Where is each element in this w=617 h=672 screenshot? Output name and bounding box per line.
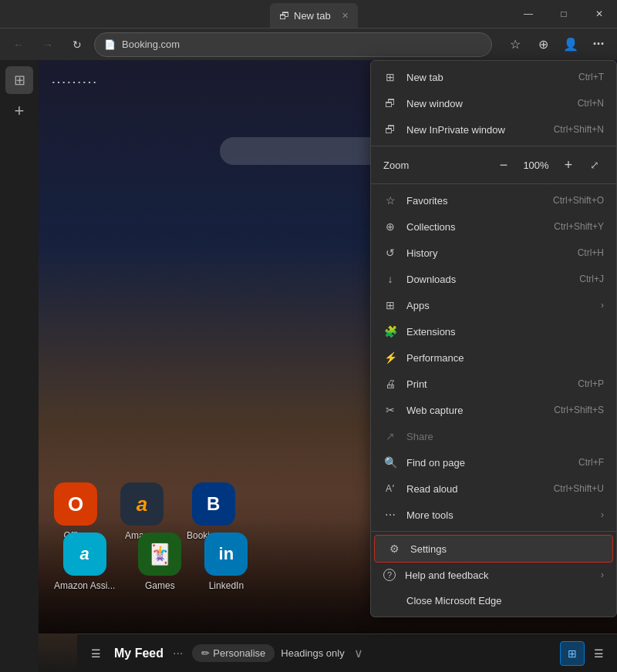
menu-separator-3 [371,531,616,532]
downloads-shortcut: Ctrl+J [579,274,604,284]
sidebar-item-tabs[interactable]: ⊞ [5,66,33,94]
web-capture-label: Web capture [406,405,545,416]
active-tab[interactable]: 🗗 New tab ✕ [270,3,358,28]
maximize-button[interactable]: □ [546,0,582,28]
headings-only-label[interactable]: Headings only [281,647,344,659]
forward-button[interactable]: → [35,32,60,57]
menu-item-favorites[interactable]: ☆ Favorites Ctrl+Shift+O [371,187,616,213]
personalise-button[interactable]: ✏ Personalise [192,644,275,662]
print-label: Print [406,378,568,390]
menu-separator-2 [371,183,616,184]
inprivate-shortcut: Ctrl+Shift+N [554,124,604,135]
office-icon: O [54,482,97,526]
address-bar: ← → ↻ 📄 Booking.com ☆ ⊕ 👤 ··· [0,28,617,60]
menu-item-more-tools[interactable]: ⋯ More tools › [371,502,616,528]
tabs-icon: ⊞ [14,72,25,89]
bottom-dots[interactable]: ··· [170,643,186,664]
favorites-label: Favorites [406,195,544,207]
web-capture-menu-icon: ✂ [383,403,397,417]
menu-item-history[interactable]: ↺ History Ctrl+H [371,240,616,266]
extensions-menu-icon: 🧩 [383,324,397,338]
refresh-button[interactable]: ↻ [65,32,89,57]
close-edge-label: Close Microsoft Edge [406,595,604,606]
menu-item-collections[interactable]: ⊕ Collections Ctrl+Shift+Y [371,213,616,240]
menu-item-close-edge[interactable]: Close Microsoft Edge [371,587,616,613]
close-button[interactable]: ✕ [582,0,617,28]
collections-shortcut: Ctrl+Shift+Y [554,221,604,232]
settings-label: Settings [410,543,600,555]
help-menu-icon: ? [383,569,396,581]
tab-label: New tab [294,10,331,22]
menu-item-help[interactable]: ? Help and feedback › [371,563,616,587]
new-window-icon: 🗗 [383,96,397,110]
view-toggle: ⊞ ☰ [560,641,611,666]
back-button[interactable]: ← [6,32,31,57]
sidebar: ⊞ + [0,60,39,672]
share-label: Share [406,431,604,442]
menu-item-new-inprivate[interactable]: 🗗 New InPrivate window Ctrl+Shift+N [371,116,616,143]
favorites-button[interactable]: ☆ [503,32,528,57]
my-feed-title: My Feed [114,647,164,660]
collections-label: Collections [406,221,545,233]
split-window-button[interactable]: ⊕ [531,32,555,57]
inprivate-label: New InPrivate window [406,124,545,136]
menu-item-find-on-page[interactable]: 🔍 Find on page Ctrl+F [371,449,616,475]
menu-item-performance[interactable]: ⚡ Performance [371,344,616,371]
zoom-row: Zoom − 100% + ⤢ [371,150,616,180]
more-tools-label: More tools [406,509,592,521]
menu-item-downloads[interactable]: ↓ Downloads Ctrl+J [371,266,616,292]
menu-item-read-aloud[interactable]: Aʼ Read aloud Ctrl+Shift+U [371,475,616,502]
menu-item-new-window[interactable]: 🗗 New window Ctrl+N [371,90,616,116]
address-input[interactable]: 📄 Booking.com [94,32,492,57]
bottom-menu-button[interactable]: ☰ [83,641,108,666]
web-capture-shortcut: Ctrl+Shift+S [554,405,604,415]
list-view-button[interactable]: ☰ [586,641,611,666]
new-window-label: New window [406,98,568,109]
more-tools-menu-icon: ⋯ [383,508,397,522]
downloads-menu-icon: ↓ [383,272,397,286]
new-tab-label: New tab [406,72,569,83]
minimize-button[interactable]: — [511,0,546,28]
menu-item-extensions[interactable]: 🧩 Extensions [371,318,616,344]
title-bar: 🗗 New tab ✕ — □ ✕ [0,0,617,28]
chevron-down-icon[interactable]: ∨ [354,646,363,660]
customize-icon[interactable]: ⋯⋯⋯ [51,72,97,91]
collections-menu-icon: ⊕ [383,220,397,234]
quick-access-row2: a Amazon Assi... 🃏 Games in LinkedIn [54,533,248,591]
performance-label: Performance [406,352,604,364]
zoom-expand-button[interactable]: ⤢ [585,156,604,174]
performance-menu-icon: ⚡ [383,351,397,365]
quick-icon-games[interactable]: 🃏 Games [138,533,181,591]
games-label: Games [145,580,175,591]
personalise-label: Personalise [213,647,265,659]
menu-item-settings[interactable]: ⚙ Settings [374,535,613,563]
window-controls: — □ ✕ [511,0,617,28]
current-url: Booking.com [122,39,482,50]
booking-icon: B [192,482,235,526]
tab-close-icon[interactable]: ✕ [342,11,349,21]
profile-button[interactable]: 👤 [558,32,583,57]
page-favicon: 📄 [104,39,116,50]
menu-item-share: ↗ Share [371,423,616,449]
menu-item-apps[interactable]: ⊞ Apps › [371,292,616,318]
amazon-assist-icon: a [63,533,106,576]
zoom-in-button[interactable]: + [558,154,579,176]
menu-item-print[interactable]: 🖨 Print Ctrl+P [371,371,616,397]
more-button[interactable]: ··· [586,32,611,57]
print-menu-icon: 🖨 [383,377,397,391]
quick-icon-linkedin[interactable]: in LinkedIn [204,533,248,591]
linkedin-label: LinkedIn [209,580,244,591]
zoom-out-button[interactable]: − [493,154,514,176]
downloads-label: Downloads [406,274,570,285]
sidebar-item-add[interactable]: + [5,97,33,125]
grid-view-button[interactable]: ⊞ [560,641,585,666]
menu-item-web-capture[interactable]: ✂ Web capture Ctrl+Shift+S [371,397,616,423]
menu-item-new-tab[interactable]: ⊞ New tab Ctrl+T [371,64,616,90]
apps-label: Apps [406,300,592,311]
inprivate-icon: 🗗 [383,123,397,136]
history-menu-icon: ↺ [383,246,397,260]
extensions-label: Extensions [406,326,604,338]
quick-icon-amazon-assist[interactable]: a Amazon Assi... [54,533,115,591]
more-tools-arrow-icon: › [601,509,604,520]
dropdown-menu: ⊞ New tab Ctrl+T 🗗 New window Ctrl+N 🗗 N… [370,60,617,617]
